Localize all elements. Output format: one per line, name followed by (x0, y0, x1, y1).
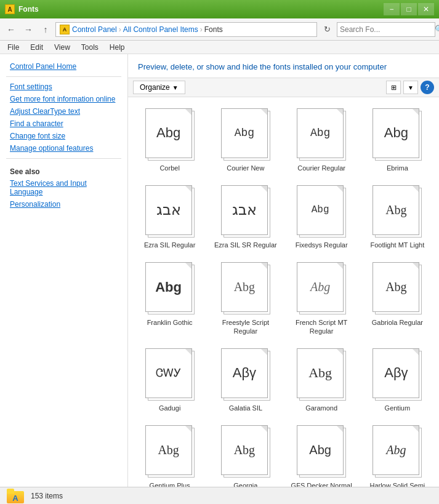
menu-view[interactable]: View (52, 42, 73, 53)
font-icon-fixedsys: Abg (294, 183, 348, 239)
content-header: Preview, delete, or show and hide the fo… (128, 54, 439, 78)
font-item-french-script[interactable]: Abg French Script MT Regular (285, 257, 358, 340)
breadcrumb-control-panel[interactable]: Control Panel (72, 25, 117, 34)
font-name-ezra-sil-sr: Ezra SIL SR Regular (214, 241, 277, 249)
content-area: Preview, delete, or show and hide the fo… (128, 54, 439, 487)
font-item-garamond[interactable]: Abg Garamond (285, 342, 358, 417)
font-icon-freestyle-script: Abg (219, 261, 273, 316)
font-icon-gadugi: ᏣᎳᎩ (143, 346, 197, 402)
font-page-front: Abg (373, 425, 419, 475)
menu-edit[interactable]: Edit (28, 42, 46, 53)
breadcrumb: A Control Panel › All Control Panel Item… (55, 22, 317, 37)
font-page-front: Abg (373, 108, 419, 158)
search-box[interactable]: 🔍 (337, 22, 435, 37)
view-toggle-button[interactable]: ⊞ (386, 81, 401, 94)
font-item-ebrima[interactable]: Abg Ebrima (361, 102, 434, 177)
font-item-courier-new[interactable]: Abg Courier New (209, 102, 282, 177)
menu-file[interactable]: File (5, 42, 22, 53)
font-page-front: Abg (297, 185, 344, 235)
menu-bar: File Edit View Tools Help (0, 41, 439, 54)
font-page-front: Αβγ (373, 348, 419, 398)
search-input[interactable] (340, 25, 432, 34)
font-grid-container[interactable]: Abg Corbel Abg Courier New (128, 97, 439, 487)
sidebar-font-settings[interactable]: Font settings (0, 81, 127, 93)
font-item-footlight-mt[interactable]: Abg Footlight MT Light (361, 179, 434, 254)
font-item-gentium-plus[interactable]: Abg Gentium Plus (133, 420, 206, 487)
font-item-gentium[interactable]: Αβγ Gentium (361, 342, 434, 417)
font-item-gfs-decker[interactable]: Abg GFS Decker Normal (285, 420, 358, 487)
font-item-ezra-sil-sr[interactable]: אבג Ezra SIL SR Regular (209, 179, 282, 254)
forward-button[interactable]: → (21, 22, 36, 37)
font-icon-franklin-gothic: Abg (143, 261, 197, 316)
font-item-fixedsys[interactable]: Abg Fixedsys Regular (285, 179, 358, 254)
font-name-georgia: Georgia (233, 481, 257, 487)
view-dropdown-button[interactable]: ▼ (403, 81, 418, 94)
font-page-front: Abg (373, 185, 419, 235)
sidebar-divider-2 (6, 158, 121, 159)
status-item-count: 153 items (31, 492, 63, 500)
menu-help[interactable]: Help (107, 42, 127, 53)
up-button[interactable]: ↑ (38, 22, 53, 37)
font-icon-gentium: Αβγ (370, 346, 424, 402)
sidebar-divider-1 (6, 76, 121, 77)
font-page-front: Abg (145, 108, 192, 158)
font-item-galatia-sil[interactable]: Αβγ Galatia SIL (209, 342, 282, 417)
sidebar-personalization[interactable]: Personalization (0, 198, 127, 210)
font-name-garamond: Garamond (305, 404, 337, 412)
breadcrumb-icon: A (60, 25, 70, 34)
address-bar: ← → ↑ A Control Panel › All Control Pane… (0, 18, 439, 41)
font-page-front: Abg (221, 425, 268, 475)
font-item-corbel[interactable]: Abg Corbel (133, 102, 206, 177)
breadcrumb-all-control-panel-items[interactable]: All Control Panel Items (123, 25, 198, 34)
font-page-front: Abg (297, 108, 344, 158)
back-button[interactable]: ← (4, 22, 18, 37)
status-bar: A 153 items (0, 487, 439, 504)
font-name-gadugi: Gadugi (159, 404, 180, 412)
font-item-ezra-sil[interactable]: אבג Ezra SIL Regular (133, 179, 206, 254)
font-item-courier-regular[interactable]: Abg Courier Regular (285, 102, 358, 177)
font-name-gentium-plus: Gentium Plus (150, 481, 190, 487)
font-icon-footlight-mt: Abg (370, 183, 424, 239)
font-name-galatia-sil: Galatia SIL (229, 404, 262, 412)
font-page-front: אבג (221, 185, 268, 235)
font-item-gabriola[interactable]: Abg Gabriola Regular (361, 257, 434, 340)
font-item-georgia[interactable]: Abg Georgia (209, 420, 282, 487)
sidebar-text-services[interactable]: Text Services and Input Language (0, 177, 127, 198)
font-icon-courier-new: Abg (219, 106, 273, 162)
font-page-front: Abg (221, 262, 268, 312)
font-name-ezra-sil: Ezra SIL Regular (144, 241, 195, 249)
font-item-freestyle-script[interactable]: Abg Freestyle Script Regular (209, 257, 282, 340)
font-name-courier-new: Courier New (227, 164, 264, 172)
window-controls: − □ ✕ (384, 3, 434, 15)
chevron-down-icon: ▼ (408, 84, 414, 91)
sidebar-control-panel-home[interactable]: Control Panel Home (0, 60, 127, 73)
window-title: Fonts (18, 5, 39, 14)
font-name-gfs-decker: GFS Decker Normal (291, 481, 352, 487)
font-icon-garamond: Abg (294, 346, 348, 402)
font-icon-courier-regular: Abg (294, 106, 348, 162)
menu-tools[interactable]: Tools (79, 42, 101, 53)
font-icon-georgia: Abg (219, 424, 273, 479)
font-item-gadugi[interactable]: ᏣᎳᎩ Gadugi (133, 342, 206, 417)
font-item-harlow-solid[interactable]: Abg Harlow Solid Semi Expanded Italic (361, 420, 434, 487)
help-button[interactable]: ? (421, 81, 434, 94)
minimize-button[interactable]: − (384, 3, 400, 15)
font-icon-corbel: Abg (143, 106, 197, 162)
sidebar-get-more-font-info[interactable]: Get more font information online (0, 93, 127, 105)
font-name-freestyle-script: Freestyle Script Regular (212, 318, 279, 336)
close-button[interactable]: ✕ (418, 3, 434, 15)
sidebar-change-font-size[interactable]: Change font size (0, 130, 127, 142)
sidebar-manage-optional-features[interactable]: Manage optional features (0, 142, 127, 154)
sidebar-find-character[interactable]: Find a character (0, 118, 127, 130)
font-name-french-script: French Script MT Regular (288, 318, 355, 336)
refresh-button[interactable]: ↻ (320, 22, 334, 37)
organize-label: Organize (140, 83, 170, 92)
organize-button[interactable]: Organize ▼ (133, 81, 185, 94)
font-item-franklin-gothic[interactable]: Abg Franklin Gothic (133, 257, 206, 340)
sidebar-adjust-cleartype[interactable]: Adjust ClearType text (0, 105, 127, 118)
app-icon: A (5, 4, 15, 14)
maximize-button[interactable]: □ (401, 3, 417, 15)
font-page-front: Abg (221, 108, 268, 158)
font-name-footlight-mt: Footlight MT Light (370, 241, 424, 249)
main-layout: Control Panel Home Font settings Get mor… (0, 54, 439, 487)
